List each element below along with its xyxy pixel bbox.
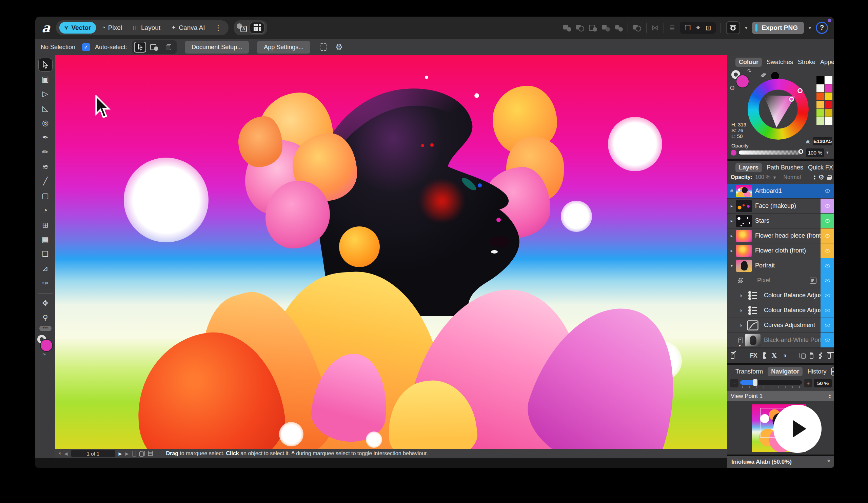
- layer-thumbnail[interactable]: [736, 245, 752, 257]
- measure-tool[interactable]: ⊿: [38, 262, 53, 275]
- tab-colour[interactable]: Colour: [735, 57, 762, 67]
- layer-thumbnail[interactable]: [736, 185, 752, 197]
- view-point-row[interactable]: View Point 1 ▴▾: [727, 391, 834, 401]
- layer-opacity-value[interactable]: 100 %: [755, 174, 770, 180]
- visibility-eye-icon[interactable]: [825, 234, 830, 238]
- layer-row[interactable]: ▸ Face (makeup): [727, 199, 834, 213]
- rectangle-tool[interactable]: ▢: [38, 189, 53, 203]
- new-pixel-layer-icon[interactable]: [819, 353, 822, 359]
- tab-quick-fx[interactable]: Quick FX: [808, 164, 833, 171]
- zoom-value[interactable]: 50 %: [814, 379, 832, 387]
- layer-row-child[interactable]: ◑ Curves Adjustment: [727, 318, 834, 333]
- persona-more-icon[interactable]: ⋮: [211, 23, 225, 32]
- document-list-icon[interactable]: [148, 451, 153, 456]
- visibility-eye-icon[interactable]: [825, 219, 830, 223]
- swatch[interactable]: [816, 117, 824, 125]
- swatch[interactable]: [816, 76, 824, 84]
- layer-row-child[interactable]: ▾ Black-and-White Portrai...: [727, 333, 834, 348]
- play-overlay-button[interactable]: [773, 405, 822, 453]
- layer-row-child[interactable]: Pixel: [727, 273, 834, 288]
- layer-thumbnail[interactable]: [745, 290, 761, 302]
- pen-tool[interactable]: ✒: [38, 131, 53, 144]
- tab-appearance[interactable]: Appearance: [820, 59, 834, 66]
- tab-path-brushes[interactable]: Path Brushes: [767, 164, 803, 171]
- help-button[interactable]: ?: [816, 22, 828, 34]
- visibility-eye-icon[interactable]: [825, 264, 830, 268]
- select-object-button[interactable]: [148, 42, 161, 53]
- last-page-icon[interactable]: ▶: [125, 451, 129, 456]
- swatch[interactable]: [816, 101, 824, 108]
- marching-ants-icon[interactable]: [320, 43, 327, 51]
- navigator-preview[interactable]: [727, 401, 834, 454]
- group-layers-icon[interactable]: [810, 354, 814, 359]
- swap-icon[interactable]: ↷: [746, 67, 752, 75]
- fill-stroke-indicator[interactable]: ↷: [731, 70, 752, 91]
- layer-row-child[interactable]: ◑ Colour Balance Adjustmen: [727, 303, 834, 318]
- mesh-warp-tool[interactable]: ⊞: [38, 218, 53, 232]
- expand-icon[interactable]: ▸: [731, 203, 733, 208]
- layer-row[interactable]: ▾ Portrait: [727, 258, 834, 273]
- boolean-add-icon[interactable]: [563, 24, 571, 32]
- layer-row-child[interactable]: ◑ Colour Balance Adjustmen: [727, 288, 834, 303]
- insert-behaviour-icon[interactable]: [633, 24, 641, 32]
- snapping-dropdown-icon[interactable]: ▾: [745, 25, 747, 31]
- live-filter-icon[interactable]: ◑: [783, 352, 786, 359]
- zoom-tool[interactable]: ⚲: [38, 311, 53, 325]
- adjustment-layer-icon[interactable]: X: [772, 352, 777, 360]
- app-settings-button[interactable]: App Settings...: [257, 41, 310, 54]
- layer-row[interactable]: ▸ Flower cloth (front): [727, 243, 834, 258]
- swatch[interactable]: [825, 84, 833, 92]
- auto-select-checkbox[interactable]: ✓: [82, 43, 90, 51]
- prev-page-icon[interactable]: ◀: [64, 451, 68, 456]
- layer-row-artboard[interactable]: # Artboard1: [727, 184, 834, 199]
- visibility-eye-icon[interactable]: [825, 279, 830, 282]
- page-indicator[interactable]: 1 of 1: [71, 450, 115, 457]
- layer-thumbnail[interactable]: [736, 260, 752, 272]
- swatch[interactable]: [825, 93, 833, 100]
- visibility-eye-icon[interactable]: [825, 309, 830, 312]
- layer-thumbnail[interactable]: [736, 215, 752, 227]
- layer-effects-icon[interactable]: FX: [750, 352, 757, 359]
- visibility-eye-icon[interactable]: [825, 189, 830, 193]
- tab-stroke[interactable]: Stroke: [798, 59, 815, 66]
- visibility-eye-icon[interactable]: [825, 205, 830, 208]
- persona-tab-canva-ai[interactable]: ✦ Canva AI: [166, 22, 209, 33]
- expand-icon[interactable]: ▾: [731, 263, 733, 268]
- export-png-button[interactable]: Export PNG: [752, 22, 804, 34]
- export-dropdown-icon[interactable]: ▾: [809, 25, 811, 31]
- boolean-combine-icon[interactable]: [615, 24, 623, 32]
- device-preview-icon[interactable]: [132, 451, 136, 457]
- swatch[interactable]: [816, 93, 824, 100]
- tab-transform[interactable]: Transform: [735, 368, 763, 375]
- opacity-knob[interactable]: [798, 149, 803, 154]
- studio-grid-button[interactable]: [249, 22, 265, 34]
- first-page-icon[interactable]: ⏴: [59, 451, 61, 456]
- corner-tool[interactable]: ◺: [38, 102, 53, 115]
- gear-icon[interactable]: ⚙: [335, 42, 343, 52]
- visibility-eye-icon[interactable]: [825, 249, 830, 252]
- lock-icon[interactable]: [827, 175, 831, 180]
- artboard-tool[interactable]: ▣: [38, 73, 53, 86]
- pencil-tool[interactable]: ✏: [38, 145, 53, 159]
- opacity-chevron-icon[interactable]: ▾: [773, 174, 776, 181]
- vector-crop-tool[interactable]: ❏: [38, 248, 53, 261]
- move-tool[interactable]: [38, 58, 53, 72]
- next-page-icon[interactable]: ▶: [119, 451, 122, 456]
- vector-brush-tool[interactable]: ≋: [38, 160, 53, 174]
- visibility-eye-icon[interactable]: [825, 294, 830, 297]
- visibility-eye-icon[interactable]: [825, 339, 830, 342]
- tab-swatches[interactable]: Swatches: [767, 59, 793, 66]
- tab-history[interactable]: History: [807, 368, 826, 375]
- delete-layer-icon[interactable]: [828, 353, 831, 359]
- opacity-value[interactable]: 100 %: [806, 148, 824, 157]
- boolean-subtract-icon[interactable]: [576, 24, 584, 32]
- expand-icon[interactable]: ▸: [731, 218, 733, 223]
- blend-stepper[interactable]: ▴▾: [814, 175, 815, 180]
- select-cursor-button[interactable]: [134, 42, 146, 53]
- place-image-tool[interactable]: ▤: [38, 233, 53, 247]
- fill-gradient-tool[interactable]: ╱: [38, 175, 53, 188]
- persona-tab-layout[interactable]: ◫ Layout: [128, 22, 165, 33]
- layer-thumbnail[interactable]: [745, 334, 761, 346]
- none-swatch[interactable]: [730, 86, 734, 90]
- eyedropper-icon[interactable]: ✎: [758, 72, 767, 78]
